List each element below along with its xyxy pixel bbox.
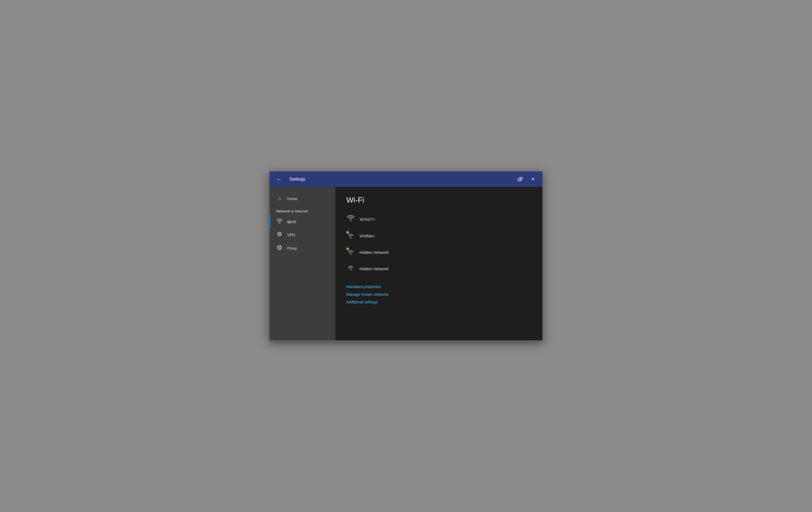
network-item-wolfden[interactable]: 🔒 Wolfden [346, 227, 531, 244]
hidden2-name: Hidden Network [359, 266, 389, 271]
hidden1-name: Hidden Network [359, 250, 389, 254]
link-section: Hardware properties Manage known network… [346, 285, 531, 304]
restore-button[interactable] [515, 175, 526, 183]
sidebar-vpn-label: VPN [287, 233, 295, 237]
xfinity-name: XFINITY [359, 217, 375, 222]
titlebar-title: Settings [289, 177, 305, 182]
sidebar-item-proxy[interactable]: Proxy [270, 241, 336, 255]
hardware-properties-link[interactable]: Hardware properties [346, 285, 531, 289]
titlebar-left: ← Settings [274, 176, 305, 183]
wolfden-name: Wolfden [359, 234, 375, 238]
hidden2-icon-wrapper [346, 264, 355, 273]
hidden2-wifi-icon [347, 265, 354, 273]
network-item-xfinity[interactable]: XFINITY [346, 211, 531, 227]
network-item-hidden1[interactable]: 🔒 Hidden Network [346, 244, 531, 260]
hidden1-lock-icon: 🔒 [346, 247, 350, 250]
close-button[interactable]: ✕ [528, 175, 538, 184]
titlebar-controls: ✕ [515, 175, 538, 184]
sidebar-home-label: Home [287, 196, 297, 201]
network-list: XFINITY 🔒 Wolfden [346, 211, 531, 277]
back-button[interactable]: ← [274, 176, 284, 183]
network-item-hidden2[interactable]: Hidden Network [346, 260, 531, 277]
sidebar-item-vpn[interactable]: VPN [270, 228, 336, 241]
wolfden-icon-wrapper: 🔒 [346, 231, 355, 240]
sidebar-wifi-label: Wi-Fi [287, 220, 296, 224]
page-title: Wi-Fi [346, 196, 531, 205]
proxy-icon [276, 244, 283, 252]
sidebar-item-home[interactable]: ⌂ Home [270, 192, 336, 205]
additional-settings-link[interactable]: Additional settings [346, 300, 531, 304]
restore-icon [518, 177, 522, 181]
sidebar-section-label: Network & Internet [270, 205, 336, 215]
sidebar: ⌂ Home Network & Internet Wi-Fi [270, 187, 336, 341]
main-content: Wi-Fi XFINITY [336, 187, 542, 341]
sidebar-proxy-label: Proxy [287, 246, 297, 250]
sidebar-item-wifi[interactable]: Wi-Fi [270, 215, 336, 228]
settings-window: ← Settings ✕ ⌂ Home Network & Internet [269, 171, 543, 341]
xfinity-icon-wrapper [346, 215, 355, 224]
xfinity-wifi-icon [347, 215, 354, 223]
vpn-icon [276, 232, 283, 238]
wolfden-lock-icon: 🔒 [346, 230, 350, 234]
wifi-nav-icon [276, 219, 283, 225]
home-icon: ⌂ [276, 196, 283, 201]
hidden1-icon-wrapper: 🔒 [346, 248, 355, 257]
manage-networks-link[interactable]: Manage known networks [346, 292, 531, 297]
content-area: ⌂ Home Network & Internet Wi-Fi [270, 187, 542, 341]
titlebar: ← Settings ✕ [270, 171, 542, 187]
